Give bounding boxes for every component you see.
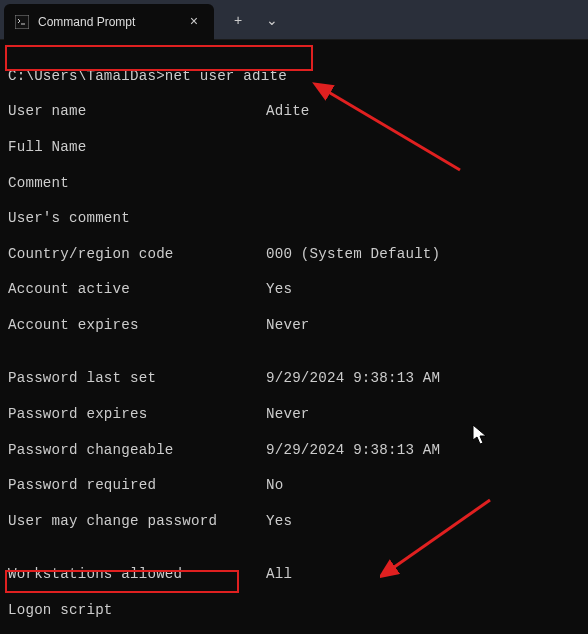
label-country: Country/region code	[8, 246, 266, 264]
titlebar: Command Prompt × + ⌄	[0, 0, 588, 40]
label-pwd-last-set: Password last set	[8, 370, 266, 388]
label-account-expires: Account expires	[8, 317, 266, 335]
tab-command-prompt[interactable]: Command Prompt ×	[4, 4, 214, 40]
annotation-arrow-1	[310, 80, 470, 180]
terminal-output[interactable]: C:\Users\TamalDas>net user adite User na…	[0, 40, 588, 634]
label-workstations: Workstations allowed	[8, 566, 266, 584]
label-user-name: User name	[8, 103, 266, 121]
value-user-name: Adite	[266, 103, 310, 121]
tab-dropdown-button[interactable]: ⌄	[256, 4, 288, 36]
value-pwd-last-set: 9/29/2024 9:38:13 AM	[266, 370, 440, 388]
label-pwd-expires: Password expires	[8, 406, 266, 424]
label-full-name: Full Name	[8, 139, 266, 157]
svg-line-2	[325, 90, 460, 170]
tab-actions: + ⌄	[222, 4, 288, 36]
value-account-expires: Never	[266, 317, 310, 335]
label-comment: Comment	[8, 175, 266, 193]
label-users-comment: User's comment	[8, 210, 266, 228]
label-logon-script: Logon script	[8, 602, 266, 620]
svg-rect-0	[15, 15, 29, 29]
value-pwd-changeable: 9/29/2024 9:38:13 AM	[266, 442, 440, 460]
value-account-active: Yes	[266, 281, 292, 299]
tab-title: Command Prompt	[38, 15, 184, 29]
svg-line-3	[390, 500, 490, 570]
label-pwd-required: Password required	[8, 477, 266, 495]
close-icon[interactable]: ×	[184, 12, 204, 32]
label-pwd-changeable: Password changeable	[8, 442, 266, 460]
value-pwd-required: No	[266, 477, 283, 495]
label-pwd-may-change: User may change password	[8, 513, 266, 531]
command-line: C:\Users\TamalDas>net user adite	[8, 68, 580, 86]
new-tab-button[interactable]: +	[222, 4, 254, 36]
value-country: 000 (System Default)	[266, 246, 440, 264]
value-pwd-may-change: Yes	[266, 513, 292, 531]
label-account-active: Account active	[8, 281, 266, 299]
terminal-icon	[14, 14, 30, 30]
value-workstations: All	[266, 566, 292, 584]
value-pwd-expires: Never	[266, 406, 310, 424]
